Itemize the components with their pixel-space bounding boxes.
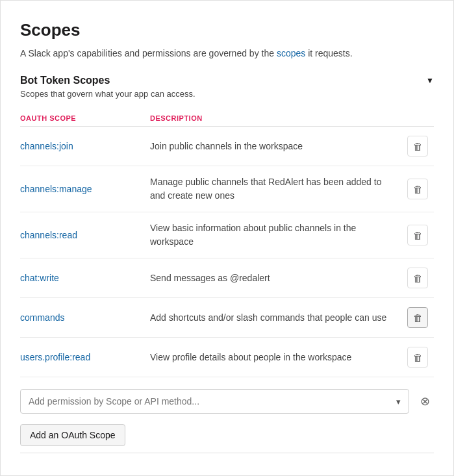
col-oauth-scope-label: OAuth Scope (20, 114, 150, 122)
clear-icon: ⊗ (420, 394, 430, 408)
permission-select-wrapper[interactable]: ▾ (20, 389, 409, 414)
scope-table: channels:join Join public channels in th… (20, 127, 434, 377)
bot-token-title: Bot Token Scopes (20, 75, 110, 86)
scope-description: Send messages as @redalert (150, 271, 401, 285)
table-row: commands Add shortcuts and/or slash comm… (20, 298, 434, 338)
bottom-divider (20, 453, 434, 453)
delete-scope-button[interactable]: 🗑 (407, 179, 428, 199)
trash-icon: 🗑 (413, 273, 423, 284)
scope-name[interactable]: channels:read (20, 230, 150, 240)
delete-scope-button[interactable]: 🗑 (407, 225, 428, 245)
scope-description: Manage public channels that RedAlert has… (150, 175, 401, 203)
table-row: users.profile:read View profile details … (20, 338, 434, 377)
intro-paragraph: A Slack app's capabilities and permissio… (20, 47, 434, 60)
permission-search-input[interactable] (21, 390, 388, 413)
main-container: Scopes A Slack app's capabilities and pe… (0, 0, 454, 476)
table-row: channels:read View basic information abo… (20, 212, 434, 258)
scope-description: Join public channels in the workspace (150, 140, 401, 153)
trash-icon: 🗑 (413, 312, 423, 323)
trash-icon: 🗑 (413, 352, 423, 363)
intro-text-before: A Slack app's capabilities and permissio… (20, 48, 277, 58)
scope-name[interactable]: users.profile:read (20, 352, 150, 362)
page-title: Scopes (20, 20, 434, 40)
table-row: channels:join Join public channels in th… (20, 127, 434, 166)
scope-name[interactable]: channels:join (20, 141, 150, 151)
add-oauth-scope-button[interactable]: Add an OAuth Scope (20, 424, 125, 446)
scopes-link[interactable]: scopes (277, 48, 305, 58)
bot-token-subtitle: Scopes that govern what your app can acc… (20, 89, 434, 99)
trash-icon: 🗑 (413, 184, 423, 195)
table-header: OAuth Scope Description (20, 110, 434, 127)
trash-icon: 🗑 (413, 230, 423, 241)
scope-description: Add shortcuts and/or slash commands that… (150, 311, 401, 325)
scope-description: View basic information about public chan… (150, 221, 401, 249)
permission-dropdown-chevron[interactable]: ▾ (388, 397, 409, 407)
table-row: chat:write Send messages as @redalert 🗑 (20, 258, 434, 298)
delete-scope-button[interactable]: 🗑 (407, 307, 428, 328)
trash-icon: 🗑 (413, 141, 423, 152)
col-description-label: Description (150, 114, 401, 122)
permission-clear-button[interactable]: ⊗ (416, 392, 434, 410)
scope-name[interactable]: chat:write (20, 273, 150, 283)
scope-description: View profile details about people in the… (150, 351, 401, 364)
table-row: channels:manage Manage public channels t… (20, 166, 434, 212)
add-permission-row: ▾ ⊗ (20, 389, 434, 414)
delete-scope-button[interactable]: 🗑 (407, 347, 428, 368)
intro-text-after: it requests. (305, 48, 352, 58)
section-collapse-chevron[interactable]: ▼ (426, 76, 434, 85)
delete-scope-button[interactable]: 🗑 (407, 268, 428, 288)
delete-scope-button[interactable]: 🗑 (407, 136, 428, 157)
bot-token-section-header: Bot Token Scopes ▼ (20, 75, 434, 86)
scope-name[interactable]: commands (20, 312, 150, 323)
scope-name[interactable]: channels:manage (20, 184, 150, 194)
